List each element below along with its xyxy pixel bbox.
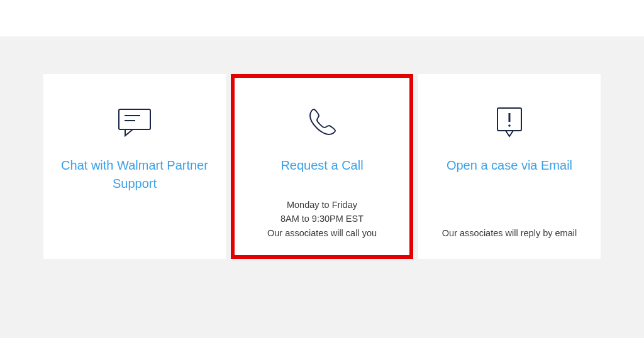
call-desc-line-2: 8AM to 9:30PM EST (267, 212, 377, 226)
email-card-title: Open a case via Email (441, 156, 577, 175)
email-case-card[interactable]: Open a case via Email Our associates wil… (418, 74, 601, 259)
chat-icon (116, 102, 153, 143)
phone-icon (304, 102, 340, 143)
chat-support-card[interactable]: Chat with Walmart Partner Support (43, 74, 226, 259)
top-whitespace (0, 0, 644, 36)
alert-icon (494, 102, 525, 143)
svg-point-5 (508, 124, 511, 127)
chat-card-title: Chat with Walmart Partner Support (56, 156, 213, 193)
call-card-desc: Monday to Friday 8AM to 9:30PM EST Our a… (267, 198, 377, 240)
request-call-card[interactable]: Request a Call Monday to Friday 8AM to 9… (231, 74, 413, 259)
call-desc-line-1: Monday to Friday (267, 198, 377, 212)
email-card-desc: Our associates will reply by email (442, 226, 577, 240)
call-desc-line-3: Our associates will call you (267, 226, 377, 240)
support-options-section: Chat with Walmart Partner Support Reques… (0, 36, 644, 338)
support-cards-row: Chat with Walmart Partner Support Reques… (43, 74, 601, 259)
svg-rect-0 (119, 109, 150, 129)
call-card-title: Request a Call (275, 156, 368, 175)
